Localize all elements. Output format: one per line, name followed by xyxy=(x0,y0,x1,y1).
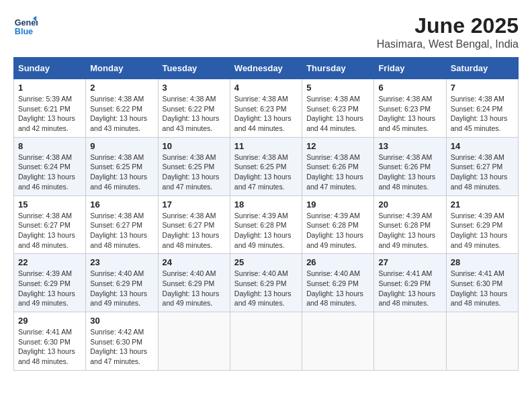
logo-icon: General Blue xyxy=(13,13,38,38)
day-number: 20 xyxy=(378,199,441,210)
calendar-week-row: 1Sunrise: 5:39 AMSunset: 6:21 PMDaylight… xyxy=(14,79,519,138)
title-area: June 2025 Hasimara, West Bengal, India xyxy=(377,13,519,50)
day-number: 16 xyxy=(90,199,153,210)
day-info: Sunrise: 4:38 AMSunset: 6:25 PMDaylight:… xyxy=(90,152,153,192)
logo: General Blue xyxy=(13,13,38,38)
calendar-cell: 3Sunrise: 4:38 AMSunset: 6:22 PMDaylight… xyxy=(158,79,230,138)
day-info: Sunrise: 4:38 AMSunset: 6:22 PMDaylight:… xyxy=(163,94,226,134)
calendar-cell: 26Sunrise: 4:40 AMSunset: 6:29 PMDayligh… xyxy=(302,254,374,312)
day-number: 28 xyxy=(451,257,514,267)
day-number: 17 xyxy=(163,199,226,210)
weekday-header-wednesday: Wednesday xyxy=(230,58,302,79)
day-number: 15 xyxy=(18,199,81,210)
day-number: 29 xyxy=(18,316,81,326)
calendar-cell: 27Sunrise: 4:41 AMSunset: 6:29 PMDayligh… xyxy=(374,254,446,312)
day-info: Sunrise: 4:38 AMSunset: 6:24 PMDaylight:… xyxy=(451,94,514,134)
calendar-week-row: 15Sunrise: 4:38 AMSunset: 6:27 PMDayligh… xyxy=(14,195,519,254)
day-info: Sunrise: 4:42 AMSunset: 6:30 PMDaylight:… xyxy=(90,327,153,367)
calendar-week-row: 29Sunrise: 4:41 AMSunset: 6:30 PMDayligh… xyxy=(14,312,519,371)
day-info: Sunrise: 4:39 AMSunset: 6:29 PMDaylight:… xyxy=(18,269,81,308)
calendar-cell: 15Sunrise: 4:38 AMSunset: 6:27 PMDayligh… xyxy=(14,195,86,254)
day-info: Sunrise: 4:40 AMSunset: 6:29 PMDaylight:… xyxy=(306,269,369,308)
day-number: 7 xyxy=(451,83,514,93)
calendar-cell: 16Sunrise: 4:38 AMSunset: 6:27 PMDayligh… xyxy=(86,195,158,254)
day-number: 27 xyxy=(378,257,441,267)
month-title: June 2025 xyxy=(377,13,519,38)
day-info: Sunrise: 4:38 AMSunset: 6:23 PMDaylight:… xyxy=(378,94,441,134)
calendar-cell: 14Sunrise: 4:38 AMSunset: 6:27 PMDayligh… xyxy=(446,137,518,195)
calendar-cell: 13Sunrise: 4:38 AMSunset: 6:26 PMDayligh… xyxy=(374,137,446,195)
calendar-cell: 4Sunrise: 4:38 AMSunset: 6:23 PMDaylight… xyxy=(230,79,302,138)
day-number: 9 xyxy=(90,141,153,151)
day-info: Sunrise: 4:38 AMSunset: 6:25 PMDaylight:… xyxy=(234,152,298,192)
day-number: 10 xyxy=(163,141,226,151)
calendar-cell: 8Sunrise: 4:38 AMSunset: 6:24 PMDaylight… xyxy=(14,137,86,195)
day-number: 25 xyxy=(234,257,298,267)
day-number: 1 xyxy=(18,83,81,93)
calendar-cell: 21Sunrise: 4:39 AMSunset: 6:29 PMDayligh… xyxy=(446,195,518,254)
weekday-header-friday: Friday xyxy=(374,58,446,79)
day-info: Sunrise: 4:39 AMSunset: 6:29 PMDaylight:… xyxy=(451,211,514,250)
day-info: Sunrise: 4:38 AMSunset: 6:23 PMDaylight:… xyxy=(306,94,369,134)
day-number: 24 xyxy=(163,257,226,267)
calendar-cell: 2Sunrise: 4:38 AMSunset: 6:22 PMDaylight… xyxy=(86,79,158,138)
day-info: Sunrise: 4:40 AMSunset: 6:29 PMDaylight:… xyxy=(90,269,153,308)
day-info: Sunrise: 4:38 AMSunset: 6:27 PMDaylight:… xyxy=(90,211,153,250)
calendar-week-row: 8Sunrise: 4:38 AMSunset: 6:24 PMDaylight… xyxy=(14,137,519,195)
day-info: Sunrise: 4:41 AMSunset: 6:30 PMDaylight:… xyxy=(18,327,81,367)
day-number: 14 xyxy=(451,141,514,151)
day-number: 2 xyxy=(90,83,153,93)
calendar-cell xyxy=(374,312,446,371)
calendar-week-row: 22Sunrise: 4:39 AMSunset: 6:29 PMDayligh… xyxy=(14,254,519,312)
calendar-cell: 17Sunrise: 4:38 AMSunset: 6:27 PMDayligh… xyxy=(158,195,230,254)
day-info: Sunrise: 4:39 AMSunset: 6:28 PMDaylight:… xyxy=(378,211,441,250)
calendar-cell: 19Sunrise: 4:39 AMSunset: 6:28 PMDayligh… xyxy=(302,195,374,254)
day-number: 30 xyxy=(90,316,153,326)
day-info: Sunrise: 4:38 AMSunset: 6:24 PMDaylight:… xyxy=(18,152,81,192)
day-info: Sunrise: 4:38 AMSunset: 6:26 PMDaylight:… xyxy=(378,152,441,192)
day-info: Sunrise: 4:38 AMSunset: 6:23 PMDaylight:… xyxy=(234,94,298,134)
day-info: Sunrise: 4:40 AMSunset: 6:29 PMDaylight:… xyxy=(234,269,298,308)
calendar-cell: 23Sunrise: 4:40 AMSunset: 6:29 PMDayligh… xyxy=(86,254,158,312)
day-info: Sunrise: 4:41 AMSunset: 6:30 PMDaylight:… xyxy=(451,269,514,308)
calendar-cell: 24Sunrise: 4:40 AMSunset: 6:29 PMDayligh… xyxy=(158,254,230,312)
calendar-cell xyxy=(158,312,230,371)
header: General Blue June 2025 Hasimara, West Be… xyxy=(13,13,519,50)
calendar-cell: 29Sunrise: 4:41 AMSunset: 6:30 PMDayligh… xyxy=(14,312,86,371)
day-number: 4 xyxy=(234,83,298,93)
calendar-cell: 28Sunrise: 4:41 AMSunset: 6:30 PMDayligh… xyxy=(446,254,518,312)
location-title: Hasimara, West Bengal, India xyxy=(377,38,519,50)
calendar-cell: 10Sunrise: 4:38 AMSunset: 6:25 PMDayligh… xyxy=(158,137,230,195)
day-number: 11 xyxy=(234,141,298,151)
calendar-cell: 6Sunrise: 4:38 AMSunset: 6:23 PMDaylight… xyxy=(374,79,446,138)
calendar-cell: 11Sunrise: 4:38 AMSunset: 6:25 PMDayligh… xyxy=(230,137,302,195)
day-number: 3 xyxy=(163,83,226,93)
calendar-cell xyxy=(230,312,302,371)
day-number: 18 xyxy=(234,199,298,210)
day-info: Sunrise: 4:38 AMSunset: 6:25 PMDaylight:… xyxy=(163,152,226,192)
calendar-cell: 12Sunrise: 4:38 AMSunset: 6:26 PMDayligh… xyxy=(302,137,374,195)
day-info: Sunrise: 5:39 AMSunset: 6:21 PMDaylight:… xyxy=(18,94,81,134)
day-number: 5 xyxy=(306,83,369,93)
weekday-header-tuesday: Tuesday xyxy=(158,58,230,79)
calendar-cell: 20Sunrise: 4:39 AMSunset: 6:28 PMDayligh… xyxy=(374,195,446,254)
weekday-header-monday: Monday xyxy=(86,58,158,79)
day-number: 12 xyxy=(306,141,369,151)
day-number: 19 xyxy=(306,199,369,210)
calendar-cell: 1Sunrise: 5:39 AMSunset: 6:21 PMDaylight… xyxy=(14,79,86,138)
day-number: 23 xyxy=(90,257,153,267)
day-number: 21 xyxy=(451,199,514,210)
day-number: 6 xyxy=(378,83,441,93)
weekday-header-thursday: Thursday xyxy=(302,58,374,79)
day-number: 22 xyxy=(18,257,81,267)
calendar-cell: 22Sunrise: 4:39 AMSunset: 6:29 PMDayligh… xyxy=(14,254,86,312)
day-info: Sunrise: 4:40 AMSunset: 6:29 PMDaylight:… xyxy=(163,269,226,308)
calendar-cell: 30Sunrise: 4:42 AMSunset: 6:30 PMDayligh… xyxy=(86,312,158,371)
weekday-header-saturday: Saturday xyxy=(446,58,518,79)
day-number: 26 xyxy=(306,257,369,267)
svg-text:Blue: Blue xyxy=(15,27,33,36)
calendar-cell: 18Sunrise: 4:39 AMSunset: 6:28 PMDayligh… xyxy=(230,195,302,254)
day-info: Sunrise: 4:41 AMSunset: 6:29 PMDaylight:… xyxy=(378,269,441,308)
day-info: Sunrise: 4:38 AMSunset: 6:26 PMDaylight:… xyxy=(306,152,369,192)
day-number: 13 xyxy=(378,141,441,151)
